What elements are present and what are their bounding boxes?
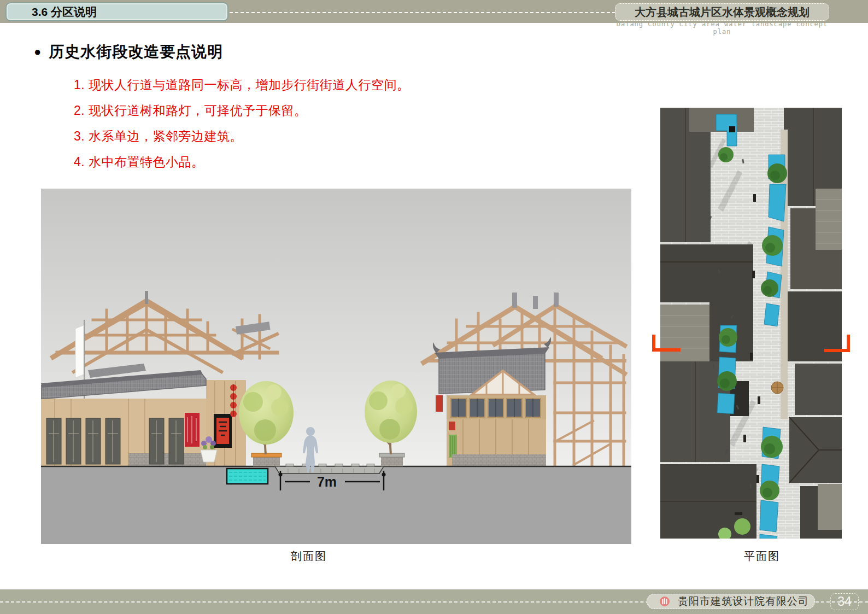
- header-dashed-line: [230, 12, 615, 13]
- plan-caption: 平面图: [677, 549, 847, 564]
- content-heading-text: 历史水街段改造要点说明: [49, 42, 223, 62]
- building-columns-logo-icon: [659, 596, 670, 607]
- section-caption: 剖面图: [41, 549, 577, 564]
- cut-mark-bar: [824, 349, 850, 352]
- section-tab: 3.6 分区说明: [5, 2, 228, 21]
- plan-parasol: [771, 382, 783, 394]
- note-item: 1. 现状人行道与道路同一标高，增加步行街街道人行空间。: [74, 77, 410, 102]
- content-heading: ● 历史水街段改造要点说明: [34, 42, 223, 62]
- project-title: 大方县城古城片区水体景观概念规划: [635, 6, 810, 18]
- water-channel: [227, 469, 268, 484]
- note-item: 4. 水中布置特色小品。: [74, 154, 410, 179]
- section-cut-mark-right: [824, 335, 850, 352]
- section-cut-mark-left: [652, 335, 681, 352]
- plan-figure: [660, 108, 842, 539]
- section-figure: 7m: [41, 189, 631, 544]
- page-number-badge: 34: [830, 593, 859, 610]
- tree-planter-right: [379, 453, 404, 466]
- page-number: 34: [837, 594, 852, 609]
- tree-planter-left: [251, 453, 281, 466]
- dimension-label: 7m: [317, 474, 337, 489]
- plan-roofs-right: [781, 108, 842, 539]
- plan-drawing: [660, 108, 842, 539]
- company-badge: 贵阳市建筑设计院有限公司: [647, 594, 815, 609]
- project-title-box: 大方县城古城片区水体景观概念规划: [615, 3, 829, 21]
- section-tab-label: 3.6 分区说明: [32, 5, 97, 18]
- note-item: 3. 水系单边，紧邻旁边建筑。: [74, 128, 410, 154]
- notes-list: 1. 现状人行道与道路同一标高，增加步行街街道人行空间。 2. 现状行道树和路灯…: [74, 77, 410, 179]
- project-subtitle-en: Dafang County City area water landscape …: [615, 20, 829, 36]
- cut-mark-bar: [652, 348, 681, 352]
- bullet-icon: ●: [34, 46, 41, 58]
- shop-sign: [214, 414, 232, 448]
- slide-page: 3.6 分区说明 大方县城古城片区水体景观概念规划 Dafang County …: [0, 0, 868, 614]
- note-item: 2. 现状行道树和路灯，可择优予于保留。: [74, 102, 410, 128]
- company-name: 贵阳市建筑设计院有限公司: [678, 594, 809, 609]
- section-drawing: 7m: [41, 189, 631, 544]
